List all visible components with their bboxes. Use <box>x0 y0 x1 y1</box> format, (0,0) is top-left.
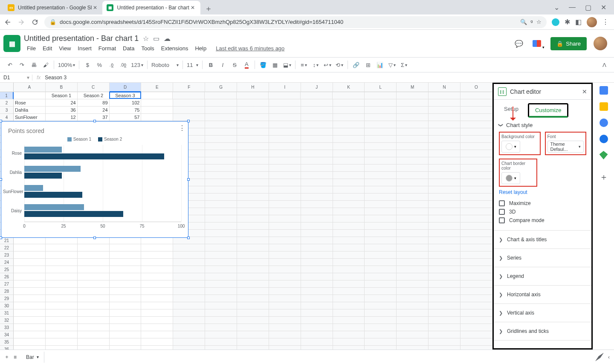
cell[interactable] <box>269 266 301 273</box>
cell[interactable] <box>301 150 333 157</box>
cell[interactable] <box>78 317 110 324</box>
column-header[interactable]: A <box>14 83 46 92</box>
cell[interactable] <box>78 266 110 273</box>
spreadsheet-grid[interactable]: ABCDEFGHIJKLMNO 123456789101112131415161… <box>0 83 492 350</box>
cell[interactable] <box>269 244 301 251</box>
cell[interactable] <box>110 317 142 324</box>
cell[interactable] <box>429 128 460 136</box>
cell[interactable] <box>269 136 301 143</box>
cell[interactable] <box>269 121 301 128</box>
cell[interactable] <box>365 280 397 288</box>
halign-button[interactable]: ≡▾ <box>298 59 309 70</box>
cell[interactable] <box>365 114 397 121</box>
cell[interactable] <box>365 201 397 208</box>
cell[interactable] <box>46 309 78 317</box>
cell[interactable] <box>460 92 492 99</box>
cell[interactable] <box>205 302 237 309</box>
section-series[interactable]: ❯Series <box>494 249 591 267</box>
zoom-select[interactable]: 100%▾ <box>57 59 76 70</box>
sheets-logo-icon[interactable]: ▦ <box>3 35 20 52</box>
cell[interactable] <box>237 186 269 194</box>
cell[interactable] <box>333 172 365 179</box>
cell[interactable] <box>397 302 429 309</box>
cell[interactable] <box>365 215 397 222</box>
cell[interactable] <box>333 237 365 244</box>
cell[interactable] <box>429 92 460 99</box>
cell[interactable] <box>365 179 397 186</box>
section-horizontal-axis[interactable]: ❯Horizontal axis <box>494 286 591 304</box>
cell[interactable] <box>333 280 365 288</box>
cell[interactable] <box>14 280 46 288</box>
sheet-tab-bar-item[interactable]: Bar▾ <box>21 352 44 363</box>
cell[interactable] <box>429 302 460 309</box>
resize-handle[interactable] <box>93 237 96 239</box>
cell[interactable] <box>14 346 46 350</box>
column-header[interactable]: D <box>110 83 142 92</box>
cell[interactable] <box>14 317 46 324</box>
cell[interactable] <box>46 273 78 280</box>
cell[interactable] <box>237 114 269 121</box>
cell[interactable] <box>365 128 397 136</box>
cell[interactable] <box>110 324 142 331</box>
cell[interactable] <box>397 208 429 215</box>
menu-extensions[interactable]: Extensions <box>158 44 191 53</box>
cell[interactable] <box>301 121 333 128</box>
cell[interactable] <box>46 280 78 288</box>
print-icon[interactable]: 🖶 <box>28 59 39 70</box>
cell[interactable] <box>237 136 269 143</box>
italic-button[interactable]: I <box>217 59 228 70</box>
keep-icon[interactable] <box>600 102 608 111</box>
cell[interactable] <box>205 309 237 317</box>
fill-color-button[interactable]: 🪣 <box>258 59 269 70</box>
cell[interactable] <box>333 324 365 331</box>
cell[interactable] <box>237 251 269 259</box>
close-window-icon[interactable]: ✕ <box>601 3 606 12</box>
cell[interactable] <box>205 346 237 350</box>
cell[interactable] <box>237 143 269 150</box>
comments-icon[interactable]: 💬 <box>515 40 523 48</box>
tasks-icon[interactable] <box>600 118 608 127</box>
back-icon[interactable] <box>3 18 12 26</box>
cell[interactable] <box>429 244 460 251</box>
cell[interactable]: 24 <box>46 99 78 107</box>
cell[interactable] <box>301 280 333 288</box>
cell[interactable] <box>110 295 142 302</box>
cell[interactable] <box>301 288 333 295</box>
cell[interactable] <box>429 251 460 259</box>
cell[interactable] <box>78 331 110 338</box>
cell[interactable] <box>460 295 492 302</box>
cell[interactable] <box>301 143 333 150</box>
cell[interactable] <box>301 222 333 230</box>
cell[interactable] <box>365 302 397 309</box>
cell[interactable] <box>269 150 301 157</box>
meet-button[interactable]: ▾ <box>530 37 544 50</box>
cell[interactable] <box>237 273 269 280</box>
number-format-select[interactable]: 123▾ <box>130 59 145 70</box>
cell[interactable] <box>460 251 492 259</box>
row-header[interactable]: 25 <box>0 266 14 273</box>
cell[interactable] <box>460 317 492 324</box>
cell[interactable] <box>237 215 269 222</box>
cell[interactable] <box>141 309 173 317</box>
row-header[interactable]: 26 <box>0 273 14 280</box>
cell[interactable] <box>460 186 492 194</box>
cell[interactable] <box>460 266 492 273</box>
reload-icon[interactable] <box>31 18 39 26</box>
add-on-plus-icon[interactable]: ＋ <box>600 171 608 183</box>
cell[interactable] <box>205 237 237 244</box>
profile-avatar[interactable] <box>587 17 597 27</box>
functions-icon[interactable]: Σ▾ <box>398 59 409 70</box>
cell[interactable] <box>429 208 460 215</box>
cell[interactable] <box>301 186 333 194</box>
font-select[interactable]: Roboto▾ <box>150 59 180 70</box>
cell[interactable] <box>141 331 173 338</box>
cell[interactable] <box>14 331 46 338</box>
cell[interactable] <box>429 179 460 186</box>
explore-icon[interactable] <box>595 353 604 361</box>
cell[interactable] <box>141 251 173 259</box>
cell[interactable] <box>333 208 365 215</box>
cell[interactable] <box>429 201 460 208</box>
menu-file[interactable]: File <box>24 44 39 53</box>
chart-menu-icon[interactable]: ⋮ <box>179 124 185 132</box>
cell[interactable] <box>429 280 460 288</box>
